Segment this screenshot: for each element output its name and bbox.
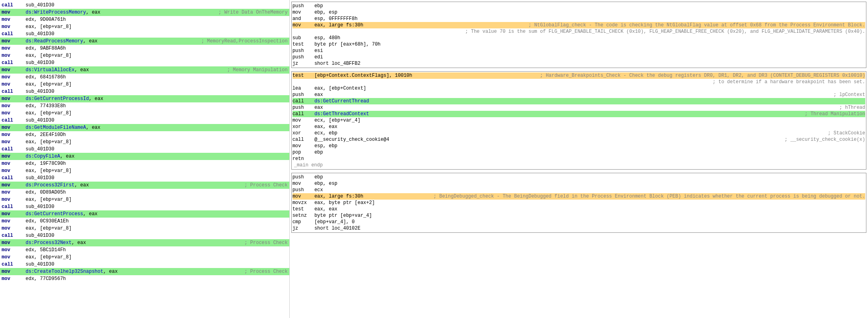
operand: ds:GetThreadContext <box>315 111 805 117</box>
operand: ebp, esp <box>315 180 865 187</box>
code-line: ; The value 70 is the sum of FLG_HEAP_EN… <box>293 28 865 35</box>
mnemonic <box>293 79 315 85</box>
top-right-code-lines: pushebpmovebp, espandesp, 0FFFFFFF8hmove… <box>293 3 865 67</box>
operand: edx, 19F78C90h <box>26 160 288 167</box>
code-line: leaeax, [ebp+Context] <box>293 85 865 92</box>
operand: eax, [ebp+var_8] <box>26 81 288 88</box>
operand: esp, 0FFFFFFF8h <box>315 16 865 22</box>
code-line: movebp, esp <box>293 180 865 187</box>
mnemonic: call <box>2 232 26 239</box>
mnemonic: test <box>293 206 315 212</box>
operand: sub_401D30 <box>26 146 288 152</box>
operand: ecx <box>315 187 865 193</box>
operand: edx, 774393E8h <box>26 103 288 109</box>
comment: ; The value 70 is the sum of FLG_HEAP_EN… <box>465 28 865 35</box>
code-line: movds:CreateToolhelp32Snapshot, eax; Pro… <box>0 268 289 275</box>
operand: edx, 9ABF88A6h <box>26 45 288 52</box>
mnemonic: call <box>293 98 315 104</box>
operand: ebp <box>315 3 865 9</box>
code-line: moveax, [ebp+var_8] <box>0 225 289 232</box>
operand: eax, large fs:30h <box>315 22 529 28</box>
mnemonic <box>293 28 315 35</box>
left-code-panel: callsub_401D30movds:WriteProcessMemory, … <box>0 0 290 318</box>
operand: ds:VirtualAllocEx, eax <box>26 67 225 73</box>
code-line: pushesi <box>293 48 865 54</box>
mnemonic: mov <box>2 132 26 138</box>
mnemonic: call <box>293 111 315 117</box>
mnemonic: mov <box>2 67 26 73</box>
code-line: _main endp <box>293 162 865 168</box>
code-line: testbyte ptr [eax+68h], 70h <box>293 41 865 48</box>
operand: eax, [ebp+var_8] <box>26 139 288 145</box>
mnemonic: mov <box>2 74 26 80</box>
operand: byte ptr [eax+68h], 70h <box>315 41 865 48</box>
mnemonic: call <box>2 88 26 95</box>
operand: eax <box>315 104 840 111</box>
mnemonic: call <box>2 146 26 152</box>
mnemonic: pop <box>293 149 315 156</box>
operand: ds:GetModuleFileNameA, eax <box>26 124 288 131</box>
operand: ecx, [ebp+var_4] <box>315 117 865 124</box>
operand: [ebp+Context.ContextFlags], 10010h <box>315 72 540 79</box>
mnemonic: mov <box>293 193 315 200</box>
comment: ; NtGlobalFlag_check - The code is check… <box>528 22 865 28</box>
operand: sub_401D30 <box>26 261 288 268</box>
mnemonic: call <box>2 175 26 181</box>
mnemonic: mov <box>2 211 26 217</box>
code-line: movedx, 0C930EA1Eh <box>0 218 289 225</box>
code-line: callsub_401D30 <box>0 117 289 124</box>
code-line: moveax, [ebp+var_8] <box>0 81 289 88</box>
code-line: movesp, ebp <box>293 143 865 149</box>
mnemonic: and <box>293 16 315 22</box>
mnemonic: mov <box>2 24 26 30</box>
code-line: jzshort loc_4BFFB2 <box>293 60 865 67</box>
code-line: moveax, [ebp+var_8] <box>0 167 289 174</box>
operand: eax, [ebp+Context] <box>315 85 865 92</box>
mnemonic: push <box>293 54 315 60</box>
mnemonic: mov <box>2 96 26 102</box>
code-line: movds:GetCurrentProcess, eax <box>0 210 289 218</box>
operand: short loc_40102E <box>315 225 865 232</box>
operand: edx, 9D00A761h <box>26 16 288 23</box>
code-line: pushecx <box>293 187 865 193</box>
code-line: moveax, [ebp+var_8] <box>0 196 289 203</box>
operand: edx, 0D89AD05h <box>26 189 288 196</box>
mnemonic: mov <box>293 9 315 16</box>
code-line: moveax, [ebp+var_8] <box>0 138 289 146</box>
code-line: cmp[ebp+var_4], 0 <box>293 219 865 225</box>
code-line: movedx, 0D89AD05h <box>0 189 289 196</box>
mnemonic: call <box>293 136 315 143</box>
operand: ds:ReadProcessMemory, eax <box>26 38 200 44</box>
operand: ebp <box>315 149 865 156</box>
code-line: movds:CopyFileA, eax <box>0 153 289 160</box>
code-line: xoreax, eax <box>293 124 865 130</box>
comment: ; Write Data OnTheMemory <box>219 9 288 16</box>
code-line: movds:Process32Next, eax; Process Check <box>0 239 289 246</box>
operand: ds:CreateToolhelp32Snapshot, eax <box>26 268 243 275</box>
mnemonic: test <box>293 72 315 79</box>
mnemonic: mov <box>293 22 315 28</box>
code-line: callsub_401D30 <box>0 174 289 182</box>
operand: sub_401D30 <box>26 60 288 66</box>
comment: ; __security_check_cookie(x) <box>784 136 865 143</box>
code-line: moveax, large fs:30h; NtGlobalFlag_check… <box>293 22 865 28</box>
top-right-panel: pushebpmovebp, espandesp, 0FFFFFFF8hmove… <box>291 2 866 68</box>
operand: esp, 480h <box>315 35 865 41</box>
mnemonic: mov <box>2 16 26 23</box>
code-line: movds:ReadProcessMemory, eax; MemoryRead… <box>0 38 289 45</box>
code-line: movedx, 2EE4F10Dh <box>0 131 289 138</box>
code-line: movedx, 68416786h <box>0 74 289 81</box>
code-line: callsub_401D30 <box>0 203 289 210</box>
operand: eax, [ebp+var_8] <box>26 24 288 30</box>
mnemonic: mov <box>2 124 26 131</box>
operand: esi <box>315 48 865 54</box>
mnemonic: mov <box>2 268 26 275</box>
code-line: subesp, 480h <box>293 35 865 41</box>
mnemonic: call <box>2 261 26 268</box>
mnemonic: mov <box>2 254 26 260</box>
operand: ds:GetCurrentProcess, eax <box>26 211 288 217</box>
operand: ds:WriteProcessMemory, eax <box>26 9 217 16</box>
code-line: moveax, [ebp+var_8] <box>0 254 289 261</box>
code-line: moveax, large fs:30h; BeingDebugged_chec… <box>293 193 865 200</box>
operand: short loc_4BFFB2 <box>315 60 865 67</box>
